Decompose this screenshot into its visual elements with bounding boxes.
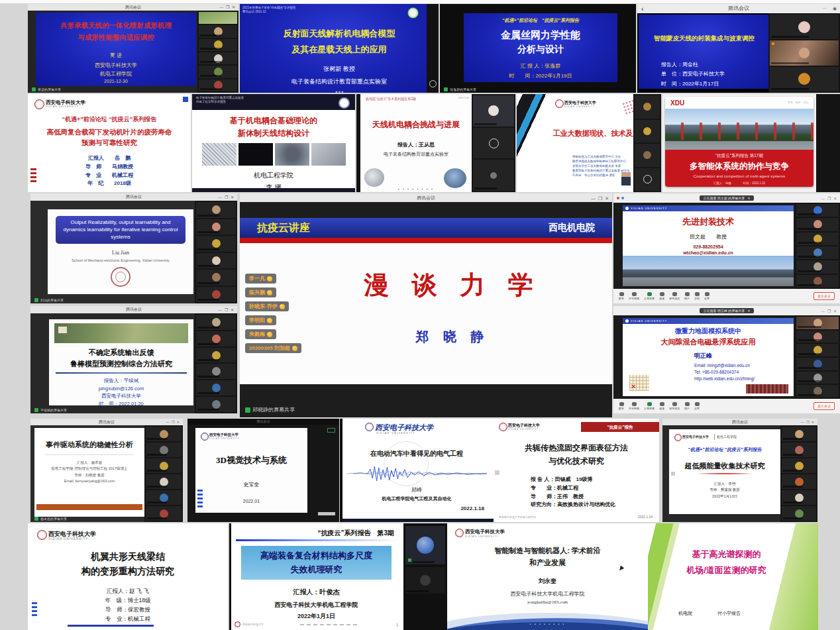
url-line: http://web.xidian.edu.cn/zfming/ xyxy=(694,376,794,382)
slide-smart-manufacturing-lecture: 西安电子科技大学 XIDIAN UNIVERSITY 智能制造与智能机器人: 学… xyxy=(447,523,648,630)
participant-name-bar xyxy=(798,353,821,355)
participant-name-bar xyxy=(147,486,167,488)
organization: 西安电子科技大学 xyxy=(36,62,196,69)
slide-antenna-structure-design-lecture: 电子装备结构设计教育部重点实验室 机电工程学院学术报告 基于机电耦合基础理论的 … xyxy=(192,94,355,192)
participant-cell xyxy=(196,380,236,395)
participant-name-bar xyxy=(147,454,167,456)
toolbar-label: 设置 xyxy=(694,407,700,410)
slide-subtitle: Cooperation and competition of multi-age… xyxy=(665,174,814,178)
xidian-seal-logo xyxy=(235,621,240,627)
window-controls[interactable]: — ❐ ✕ xyxy=(821,309,837,313)
presenter-line: 报告人：王从思 xyxy=(360,141,472,148)
window-controls[interactable]: — ❐ ✕ xyxy=(166,419,180,425)
participant-name-bar xyxy=(197,392,219,394)
close-icon[interactable]: ✕ xyxy=(747,309,750,313)
toolbar-settings-button[interactable]: 设置 xyxy=(694,402,700,410)
window-controls[interactable]: — ❐ ✕ xyxy=(218,193,235,201)
toolbar-chat-button[interactable]: 聊天 xyxy=(684,402,690,410)
participant-cell xyxy=(405,526,445,564)
participant-name-bar xyxy=(200,75,221,77)
toolbar-members-button[interactable]: 管理成员 xyxy=(669,292,680,300)
participant-column xyxy=(195,313,237,413)
settings-icon xyxy=(695,402,700,406)
toolbar-mute-button[interactable]: 静音 xyxy=(619,402,624,410)
slide-header: 2021年秋季电子装备“机电耦合”学术报告 xyxy=(242,6,296,9)
back-icon[interactable]: ‹ xyxy=(641,4,644,13)
leave-meeting-button[interactable]: 退出会议 xyxy=(814,402,835,410)
record-dot-icon xyxy=(617,197,619,199)
participant-name-bar xyxy=(783,470,802,472)
thumbs-up-icon xyxy=(292,346,297,351)
pagination-dots: • • • • • • • • xyxy=(447,622,648,626)
grid-figure: ✕ xyxy=(629,375,649,391)
window-controls[interactable]: — ❐ ✕ xyxy=(219,4,236,11)
banner-stripe xyxy=(240,238,612,243)
leave-meeting-button[interactable]: 退出会议 xyxy=(814,292,835,300)
toolbar-chat-button[interactable]: 聊天 xyxy=(684,292,690,300)
presenter-line: 汇报人：赵 飞 飞 xyxy=(28,586,228,596)
window-advanced-packaging-lecture: 正在观看 田文超 的屏幕共享✕ — ❐ ✕ XIDIAN UNIVERSITY … xyxy=(613,193,840,303)
participant-cell xyxy=(796,275,839,288)
toolbar-record-button[interactable]: 录制 xyxy=(694,292,700,300)
major-line: 专 业：机械工程 xyxy=(531,484,659,493)
participant-column xyxy=(197,11,238,93)
window-controls[interactable]: — ❐ ✕ xyxy=(801,419,815,425)
window-titlebar: 腾讯会议— ❐ ✕ xyxy=(662,419,817,425)
meeting-toolbar: 静音 开启视频 共享屏幕 邀请 管理成员 聊天 录制 设置 退出会议 xyxy=(613,289,840,303)
participant-name-bar xyxy=(200,88,221,90)
participant-cell xyxy=(196,236,236,252)
series-banner: “抗疫云”报告 xyxy=(581,422,659,432)
slide-title: 新体制天线结构设计 xyxy=(192,128,355,139)
slide: 共形承载天线的一体化喷射成形机理 与成形性能整向适应调控 黄 进 西安电子科技大… xyxy=(36,13,196,86)
edge-strip xyxy=(340,419,342,522)
xidian-seal-logo xyxy=(555,99,564,108)
slide-dots: ▪ ▪ ▪ ▪ ▪ ▪ ▪ ▪ xyxy=(360,187,472,191)
record-icon xyxy=(695,292,700,296)
window-controls[interactable]: — ❐ ✕ xyxy=(821,196,837,201)
avatar xyxy=(490,172,497,179)
slide-header: 电子装备结构设计教育部重点实验室 xyxy=(196,96,244,99)
mic-icon[interactable] xyxy=(429,80,437,87)
participant-name-bar xyxy=(197,215,219,217)
toolbar-camera-button[interactable]: 开启视频 xyxy=(629,402,639,410)
major-line: 专 业：机械工程 xyxy=(28,614,228,623)
advisor-line: 导 师：王伟 教授 xyxy=(531,493,659,501)
speaker: 刘永奎 xyxy=(447,577,648,586)
mic-icon[interactable] xyxy=(489,138,499,148)
participant-cell xyxy=(196,331,236,346)
slide-title: 与成形性能整向适应调控 xyxy=(36,33,196,42)
toolbar-mute-button[interactable]: 静音 xyxy=(619,292,624,300)
participant-column xyxy=(472,94,515,192)
organization: 机电工程学院 xyxy=(192,171,355,180)
participant-name-bar xyxy=(407,590,429,592)
slide-title: 漫 谈 力 学 xyxy=(306,268,599,302)
toolbar-camera-button[interactable]: 开启视频 xyxy=(629,292,639,300)
slide-title: 智能蒙皮天线的封装集成与波束调控 xyxy=(639,34,770,43)
email-line: Email: mingzf@xidian.edu.cn xyxy=(694,362,794,369)
participant-cell xyxy=(796,246,839,259)
close-icon[interactable]: ✕ xyxy=(747,196,750,200)
slide: 智能蒙皮天线的封装集成与波束调控 报告人：周金柱 单 位：西安电子科技大学 时 … xyxy=(639,15,770,89)
toolbar-share-button[interactable]: 共享屏幕 xyxy=(644,402,655,410)
toolbar-label: 管理成员 xyxy=(669,407,680,410)
window-wire-mesh-lecture: “机遇+”前沿论坛 “抗疫云”系列报告 金属丝网力学性能 分析与设计 汇 报 人… xyxy=(440,4,636,93)
toolbar-invite-button[interactable]: 邀请 xyxy=(659,402,664,410)
organization: 电子装备结构设计教育部重点实验室 xyxy=(240,78,439,86)
toolbar-settings-button[interactable]: 设置 xyxy=(704,292,709,300)
window-controls[interactable]: — ❐ ✕ xyxy=(591,193,609,202)
window-controls[interactable]: — ❐ ✕ xyxy=(218,306,235,313)
window-mechanics-talk-lecture: 腾讯会议— ❐ ✕ 抗疫云讲座 西电机电院 漫 谈 力 学 郑 晓 静 李一凡 … xyxy=(240,193,612,417)
avatar xyxy=(160,478,168,486)
info-row: 汇报人 岳 鹏 xyxy=(28,154,191,163)
toolbar-members-button[interactable]: 管理成员 xyxy=(669,402,680,410)
mic-icon[interactable] xyxy=(643,175,652,184)
reaction-bubble: 李明阳 xyxy=(245,315,276,325)
toolbar-invite-button[interactable]: 邀请 xyxy=(659,292,664,300)
participant-cell xyxy=(796,233,839,245)
divider xyxy=(56,372,187,374)
toolbar-share-button[interactable]: 共享屏幕 xyxy=(644,292,655,300)
more-icon[interactable]: ⋯ ◉ xyxy=(822,4,837,13)
participant-cell xyxy=(635,120,660,143)
slide-multi-agent-lecture: XDU 学术 · 前沿 · 论坛 “抗疫云”系列报告 第17期 多智能体系统的协… xyxy=(662,94,816,192)
footer-text: 西安电子科技大学机电工程学院 xyxy=(499,515,536,519)
